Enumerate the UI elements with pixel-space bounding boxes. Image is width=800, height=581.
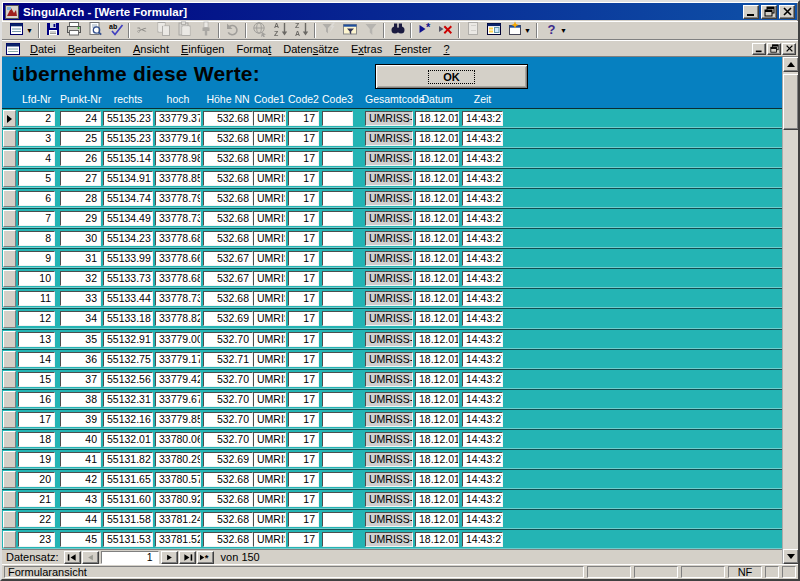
cell-code1[interactable]: UMRISS xyxy=(253,231,286,246)
cell-hoch[interactable]: 33779.00 xyxy=(155,332,201,347)
cell-lfd-nr[interactable]: 5 xyxy=(18,171,55,186)
new-record-button[interactable]: * xyxy=(414,22,435,39)
cell-gesamtcode[interactable]: UMRISS-17 xyxy=(365,372,413,387)
cell-code3[interactable] xyxy=(322,392,353,407)
scrollbar-thumb[interactable] xyxy=(783,74,798,130)
cell-code1[interactable]: UMRISS xyxy=(253,151,286,166)
cell-code1[interactable]: UMRISS xyxy=(253,191,286,206)
menu-datei[interactable]: Datei xyxy=(24,42,62,56)
cell-gesamtcode[interactable]: UMRISS-17 xyxy=(365,412,413,427)
cell-hoehe-nn[interactable]: 532.69 xyxy=(203,311,253,326)
database-window-button[interactable] xyxy=(483,22,504,39)
cell-hoch[interactable]: 33778.79 xyxy=(155,191,201,206)
filter-by-form-button[interactable] xyxy=(339,22,360,39)
cell-punkt-nr[interactable]: 45 xyxy=(60,532,101,547)
find-button[interactable] xyxy=(387,22,408,39)
cell-code2[interactable]: 17 xyxy=(288,352,319,367)
cell-hoch[interactable]: 33780.57 xyxy=(155,472,201,487)
cell-zeit[interactable]: 14:43:27 xyxy=(462,512,503,527)
cell-gesamtcode[interactable]: UMRISS-17 xyxy=(365,271,413,286)
cell-hoch[interactable]: 33779.16 xyxy=(155,131,201,146)
menu-extras[interactable]: Extras xyxy=(345,42,388,56)
cell-lfd-nr[interactable]: 19 xyxy=(18,452,55,467)
cell-lfd-nr[interactable]: 14 xyxy=(18,352,55,367)
cell-lfd-nr[interactable]: 18 xyxy=(18,432,55,447)
cell-zeit[interactable]: 14:43:27 xyxy=(462,251,503,266)
cell-zeit[interactable]: 14:43:27 xyxy=(462,211,503,226)
cell-datum[interactable]: 18.12.01 xyxy=(415,492,459,507)
cell-code1[interactable]: UMRISS xyxy=(253,251,286,266)
cell-zeit[interactable]: 14:43:27 xyxy=(462,151,503,166)
record-selector[interactable] xyxy=(3,531,16,548)
record-selector[interactable] xyxy=(3,230,16,247)
first-record-button[interactable] xyxy=(64,551,81,564)
cell-datum[interactable]: 18.12.01 xyxy=(415,311,459,326)
cell-datum[interactable]: 18.12.01 xyxy=(415,171,459,186)
cell-gesamtcode[interactable]: UMRISS-17 xyxy=(365,452,413,467)
cell-code1[interactable]: UMRISS xyxy=(253,311,286,326)
cell-lfd-nr[interactable]: 10 xyxy=(18,271,55,286)
cell-code2[interactable]: 17 xyxy=(288,231,319,246)
cell-lfd-nr[interactable]: 6 xyxy=(18,191,55,206)
cell-code3[interactable] xyxy=(322,211,353,226)
cell-code3[interactable] xyxy=(322,311,353,326)
cell-datum[interactable]: 18.12.01 xyxy=(415,231,459,246)
cell-hoch[interactable]: 33778.82 xyxy=(155,311,201,326)
cell-zeit[interactable]: 14:43:27 xyxy=(462,372,503,387)
cell-code1[interactable]: UMRISS xyxy=(253,392,286,407)
cell-hoch[interactable]: 33778.73 xyxy=(155,211,201,226)
cell-code3[interactable] xyxy=(322,352,353,367)
cell-hoehe-nn[interactable]: 532.68 xyxy=(203,291,253,306)
cell-code3[interactable] xyxy=(322,231,353,246)
spelling-button[interactable]: ab xyxy=(105,22,126,39)
cell-hoch[interactable]: 33778.73 xyxy=(155,291,201,306)
cell-lfd-nr[interactable]: 16 xyxy=(18,392,55,407)
cell-code3[interactable] xyxy=(322,412,353,427)
menu-format[interactable]: Format xyxy=(230,42,277,56)
cell-punkt-nr[interactable]: 40 xyxy=(60,432,101,447)
cell-hoehe-nn[interactable]: 532.70 xyxy=(203,392,253,407)
cell-gesamtcode[interactable]: UMRISS-17 xyxy=(365,532,413,547)
cell-gesamtcode[interactable]: UMRISS-17 xyxy=(365,291,413,306)
cell-code1[interactable]: UMRISS xyxy=(253,332,286,347)
cell-hoehe-nn[interactable]: 532.68 xyxy=(203,171,253,186)
new-object-button[interactable]: ▼ xyxy=(504,22,534,39)
record-number-input[interactable]: 1 xyxy=(101,551,159,564)
cell-code1[interactable]: UMRISS xyxy=(253,372,286,387)
cell-hoehe-nn[interactable]: 532.67 xyxy=(203,271,253,286)
cell-rechts[interactable]: 55132.16 xyxy=(103,412,153,427)
cell-code3[interactable] xyxy=(322,291,353,306)
cell-code2[interactable]: 17 xyxy=(288,271,319,286)
cell-code3[interactable] xyxy=(322,131,353,146)
cell-code2[interactable]: 17 xyxy=(288,211,319,226)
cell-datum[interactable]: 18.12.01 xyxy=(415,191,459,206)
scroll-down-icon[interactable] xyxy=(783,549,798,564)
cell-gesamtcode[interactable]: UMRISS-17 xyxy=(365,392,413,407)
cell-code3[interactable] xyxy=(322,332,353,347)
cell-hoch[interactable]: 33778.66 xyxy=(155,251,201,266)
cell-lfd-nr[interactable]: 9 xyxy=(18,251,55,266)
cell-hoch[interactable]: 33781.24 xyxy=(155,512,201,527)
cell-zeit[interactable]: 14:43:27 xyxy=(462,231,503,246)
cell-punkt-nr[interactable]: 30 xyxy=(60,231,101,246)
cell-datum[interactable]: 18.12.01 xyxy=(415,392,459,407)
cell-datum[interactable]: 18.12.01 xyxy=(415,251,459,266)
cell-code2[interactable]: 17 xyxy=(288,191,319,206)
menu-bearbeiten[interactable]: Bearbeiten xyxy=(62,42,127,56)
cell-hoehe-nn[interactable]: 532.70 xyxy=(203,432,253,447)
record-selector[interactable] xyxy=(3,451,16,468)
cell-punkt-nr[interactable]: 41 xyxy=(60,452,101,467)
cell-code2[interactable]: 17 xyxy=(288,452,319,467)
cell-datum[interactable]: 18.12.01 xyxy=(415,432,459,447)
cell-hoehe-nn[interactable]: 532.68 xyxy=(203,492,253,507)
cell-punkt-nr[interactable]: 36 xyxy=(60,352,101,367)
cell-hoch[interactable]: 33780.06 xyxy=(155,432,201,447)
cell-datum[interactable]: 18.12.01 xyxy=(415,512,459,527)
cell-gesamtcode[interactable]: UMRISS-17 xyxy=(365,231,413,246)
cell-lfd-nr[interactable]: 11 xyxy=(18,291,55,306)
form-view-button[interactable]: ▼ xyxy=(6,22,36,39)
delete-record-button[interactable] xyxy=(435,22,456,39)
cell-datum[interactable]: 18.12.01 xyxy=(415,372,459,387)
record-selector[interactable] xyxy=(3,210,16,227)
cell-code2[interactable]: 17 xyxy=(288,392,319,407)
